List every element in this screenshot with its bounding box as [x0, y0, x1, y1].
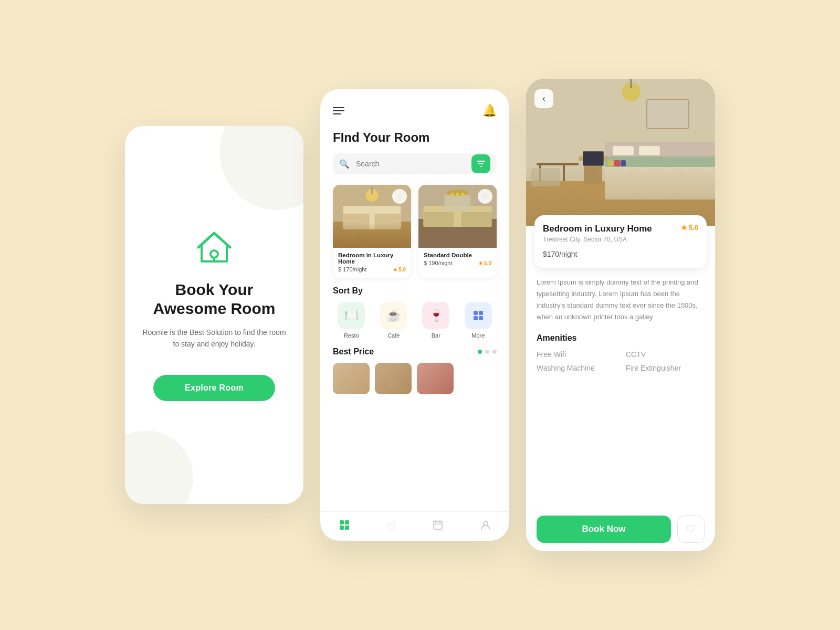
svg-rect-30	[345, 526, 349, 530]
explore-room-button[interactable]: Explore Room	[153, 375, 275, 401]
price-card-2[interactable]	[375, 363, 412, 394]
svg-rect-26	[479, 316, 483, 320]
splash-subtitle: Roomie is the Best Solution to find the …	[142, 327, 287, 350]
svg-rect-16	[424, 212, 454, 227]
svg-rect-57	[539, 165, 541, 181]
sort-label-bar: Bar	[432, 332, 440, 339]
splash-title: Book Your Awesome Room	[153, 280, 276, 318]
amenity-fire-extinguisher: Fire Extinguisher	[626, 364, 705, 372]
best-price-section: Best Price	[320, 347, 509, 363]
best-price-label: Best Price	[333, 347, 374, 356]
best-price-row	[320, 363, 509, 394]
hamburger-menu-icon[interactable]	[333, 107, 344, 114]
svg-rect-28	[345, 520, 349, 524]
svg-rect-24	[479, 311, 483, 315]
sort-label-more: More	[471, 332, 485, 339]
room-price-1: $ 170/night	[338, 266, 366, 272]
detail-rating: ★5.0	[681, 224, 698, 232]
svg-point-21	[456, 193, 459, 196]
sort-label-cafe: Cafe	[387, 332, 400, 339]
sort-label-resto: Resto	[344, 332, 359, 339]
room-info-2: Standard Double $ 190/night ★5.0	[418, 248, 497, 271]
sort-item-resto[interactable]: 🍽️ Resto	[333, 302, 370, 339]
rating-value: 5.0	[689, 224, 698, 232]
svg-rect-42	[639, 146, 660, 155]
svg-rect-27	[340, 520, 344, 524]
svg-rect-37	[526, 79, 715, 184]
dot-1	[478, 350, 482, 354]
nav-favorites-icon[interactable]: ♡	[386, 520, 396, 533]
price-card-1[interactable]	[333, 363, 370, 394]
svg-rect-9	[343, 214, 370, 229]
back-button[interactable]: ‹	[534, 89, 553, 108]
search-bar: 🔍	[333, 153, 497, 174]
wishlist-button-2[interactable]: ♡	[478, 189, 492, 204]
svg-point-1	[212, 251, 217, 257]
notification-bell-icon[interactable]: 🔔	[482, 104, 497, 118]
bg-circle-2	[125, 430, 193, 504]
svg-rect-46	[607, 160, 614, 166]
bottom-navigation: ♡	[320, 511, 509, 541]
room-name-2: Standard Double	[424, 252, 491, 258]
cafe-icon-box: ☕	[380, 302, 407, 329]
svg-rect-29	[340, 526, 344, 530]
room-meta-2: $ 190/night ★5.0	[424, 260, 491, 266]
search-input[interactable]	[354, 153, 467, 174]
sort-item-more[interactable]: More	[460, 302, 497, 339]
detail-location: Trestreet City, Sector 70, USA	[543, 236, 698, 243]
amenities-title: Amenities	[537, 333, 705, 343]
sort-by-label: Sort By	[320, 286, 509, 302]
room-name-1: Bedroom in Luxury Home	[338, 252, 406, 265]
svg-rect-41	[613, 146, 634, 155]
save-to-wishlist-button[interactable]: ♡	[677, 516, 705, 543]
screen-find-room: 🔔 FInd Your Room 🔍	[320, 89, 509, 541]
amenity-cctv: CCTV	[626, 350, 705, 359]
carousel-dots	[478, 350, 497, 354]
dot-3	[492, 350, 497, 354]
room-card-2[interactable]: ♡ Standard Double $ 190/night ★5.0	[418, 185, 497, 278]
filter-button[interactable]	[471, 154, 490, 173]
hero-room-photo	[526, 79, 715, 226]
svg-rect-53	[647, 100, 689, 129]
rooms-grid: ♡ Bedroom in Luxury Home $ 170/night ★5.…	[320, 185, 509, 286]
sort-by-grid: 🍽️ Resto ☕ Cafe 🍷 Bar More	[320, 302, 509, 347]
svg-rect-7	[333, 222, 411, 248]
svg-rect-47	[614, 160, 621, 166]
svg-rect-58	[563, 165, 565, 181]
price-card-3[interactable]	[417, 363, 454, 394]
detail-room-name: Bedroom in Luxury Home	[543, 224, 698, 234]
detail-footer: Book Now ♡	[526, 507, 715, 551]
search-icon: 🔍	[339, 159, 350, 169]
amenities-section: Amenities Free Wifi CCTV Washing Machine…	[526, 331, 715, 381]
nav-profile-icon[interactable]	[480, 519, 491, 533]
room-card-1[interactable]: ♡ Bedroom in Luxury Home $ 170/night ★5.…	[333, 185, 411, 278]
room-price-2: $ 190/night	[424, 260, 452, 266]
dot-2	[485, 350, 489, 354]
book-now-button[interactable]: Book Now	[537, 516, 671, 543]
bg-circle-1	[219, 126, 303, 210]
sort-item-bar[interactable]: 🍷 Bar	[417, 302, 455, 339]
screen-room-detail: ‹ Bedroom in Luxury Home ★5.0 Trestreet …	[526, 79, 715, 551]
nav-booking-icon[interactable]	[432, 519, 444, 533]
svg-point-20	[451, 193, 454, 196]
sort-item-cafe[interactable]: ☕ Cafe	[375, 302, 413, 339]
svg-rect-55	[583, 152, 603, 165]
screen-splash: Book Your Awesome Room Roomie is the Bes…	[125, 126, 303, 504]
home-logo-icon	[193, 229, 235, 266]
bar-icon-box: 🍷	[422, 302, 449, 329]
room-image-2: ♡	[418, 185, 497, 248]
room-info-1: Bedroom in Luxury Home $ 170/night ★5.0	[333, 248, 411, 278]
wishlist-button-1[interactable]: ♡	[392, 189, 407, 204]
room-rating-1: ★5.0	[393, 267, 406, 272]
detail-hero-image: ‹	[526, 79, 715, 226]
svg-rect-23	[474, 311, 478, 315]
svg-rect-48	[621, 160, 626, 166]
nav-home-icon[interactable]	[339, 519, 350, 533]
amenity-free-wifi: Free Wifi	[537, 350, 615, 359]
svg-rect-25	[474, 316, 478, 320]
svg-rect-31	[434, 521, 442, 529]
svg-rect-18	[445, 195, 471, 211]
svg-rect-17	[461, 212, 492, 227]
room-description: Lorem Ipsum is simply dummy text of the …	[526, 268, 715, 331]
svg-rect-59	[531, 168, 560, 186]
